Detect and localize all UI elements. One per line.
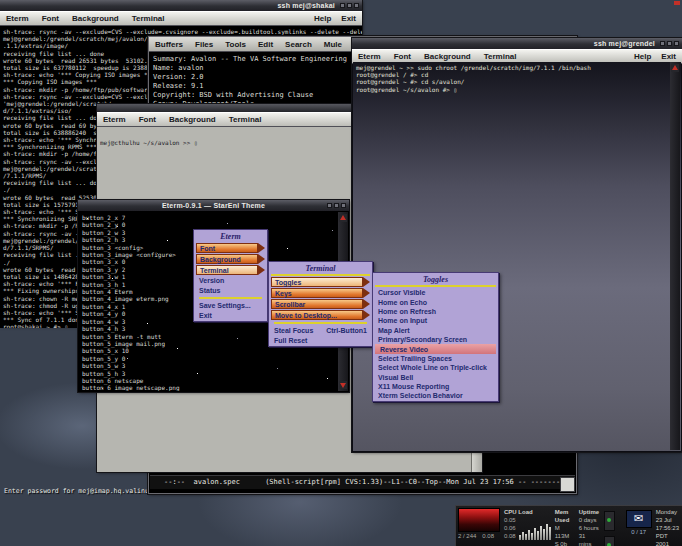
window-buttons[interactable] [658, 41, 679, 46]
mem-label: Mem Used [555, 508, 575, 524]
scroll-up-icon[interactable] [339, 214, 347, 222]
cpu-value: 0.05 [504, 516, 516, 524]
menu-item[interactable]: Select Whole Line on Triple-click [375, 363, 496, 372]
terminal-line: button_6 netscape [82, 377, 338, 384]
window-title: Eterm-0.9.1 — StarEnl Theme [162, 202, 265, 209]
menu-eterm[interactable]: Eterm [358, 52, 381, 61]
menu-separator [274, 322, 367, 324]
cpu-graph [519, 516, 551, 540]
menu-item[interactable]: Save Settings... [196, 301, 265, 310]
terminal-screen-grendel[interactable]: mej@grendel ~ >> sudo chroot /grendel/sc… [353, 62, 681, 93]
scroll-down-icon[interactable] [339, 381, 347, 389]
menubar-shakai: Eterm Font Background Terminal Help Exit [0, 11, 362, 26]
popup-menu-eterm: Eterm FontBackgroundTerminalVersionStatu… [193, 229, 268, 322]
uptime-value: 31 mins [579, 532, 599, 546]
menu-item[interactable]: Terminal [196, 265, 258, 275]
terminal-line: button_5_y 0 [82, 355, 338, 362]
switch-icon[interactable] [604, 536, 615, 546]
epplet-mail: ✉ 0 / 17 [624, 506, 654, 546]
menu-item[interactable]: Reverse Video [375, 344, 496, 353]
menu-font[interactable]: Font [394, 52, 411, 61]
menu-title: Toggles [375, 273, 496, 287]
menu-item[interactable]: Move to Desktop... [271, 310, 363, 320]
desktop: ssh mej@shakai Eterm Font Background Ter… [0, 0, 682, 546]
mail-count: 0 / 17 [626, 528, 652, 536]
menu-item[interactable]: Full Reset [271, 336, 370, 345]
menu-item[interactable]: Background [196, 254, 258, 264]
attention-marker [674, 1, 680, 5]
titlebar-grendel[interactable]: ssh mej@grendel [352, 38, 682, 49]
menu-item[interactable]: Select Trailing Spaces [375, 354, 496, 363]
clock-line: PDT 2001 [656, 532, 679, 546]
menu-item[interactable]: Primary/Secondary Screen [375, 335, 496, 344]
menu-exit[interactable]: Exit [341, 14, 356, 23]
terminal-line: sh-trace: rsync -av --exclude=CVS --excl… [3, 28, 362, 35]
scroll-up-icon[interactable] [671, 64, 679, 72]
menu-terminal[interactable]: Terminal [484, 52, 517, 61]
switch-icon[interactable] [604, 511, 615, 531]
epplet-uptime: Uptime 0 days6 hours31 mins [577, 506, 601, 546]
popup-menu-toggles: Toggles Cursor VisibleHome on EchoHome o… [372, 272, 499, 402]
menu-background[interactable]: Background [424, 52, 471, 61]
menu-item[interactable]: Home on Input [375, 316, 496, 325]
menu-item[interactable]: Scrollbar [271, 299, 363, 309]
menu-item[interactable]: Xterm Selection Behavior [375, 391, 496, 400]
terminal-line: button_5_x 10 [82, 347, 338, 354]
epplet-memory: Mem Used M 113MS 0b [553, 506, 577, 546]
menu-terminal[interactable]: Terminal [132, 14, 165, 23]
window-buttons[interactable] [338, 3, 359, 8]
window-title: ssh mej@grendel [594, 40, 655, 47]
menu-item[interactable]: Visual Bell [375, 373, 496, 382]
terminal-line: root@grendel ~ #> cd s/avalon/ [356, 78, 681, 85]
clock-line: Monday [656, 508, 679, 516]
menu-item[interactable]: Steal FocusCtrl-Button1 [271, 326, 370, 335]
emacs-menu-item[interactable]: Tools [225, 40, 246, 49]
mem-value: M 113M [555, 524, 575, 540]
menu-item[interactable]: Cursor Visible [375, 288, 496, 297]
terminal-line: button_5_w 3 [82, 362, 338, 369]
emacs-menu-item[interactable]: Files [195, 40, 213, 49]
scrollbar-grendel[interactable] [670, 62, 680, 450]
menu-item[interactable]: Map Alert [375, 326, 496, 335]
menu-item[interactable]: Exit [196, 311, 265, 320]
terminal-line: button_5_h 3 [82, 370, 338, 377]
menu-item[interactable]: X11 Mouse Reporting [375, 382, 496, 391]
menu-item[interactable]: Font [196, 243, 258, 253]
emacs-menu-item[interactable]: Mule [324, 40, 342, 49]
resize-grip[interactable] [560, 477, 575, 492]
titlebar-starenl[interactable]: Eterm-0.9.1 — StarEnl Theme [78, 200, 349, 211]
popup-menu-terminal: Terminal TogglesKeysScrollbarMove to Des… [268, 261, 373, 347]
window-buttons[interactable] [325, 203, 346, 208]
menu-font[interactable]: Font [139, 115, 156, 124]
clock-line: 23 Jul [656, 516, 679, 524]
emacs-menu-item[interactable]: Edit [258, 40, 273, 49]
menu-eterm[interactable]: Eterm [103, 115, 126, 124]
menu-item[interactable]: Keys [271, 288, 363, 298]
emacs-menu-item[interactable]: Search [285, 40, 312, 49]
emacs-menu-item[interactable]: Buffers [155, 40, 183, 49]
cpu-value: 0.06 [504, 524, 516, 532]
epplet-bar: 2 / 244 0.08 CPU Load 0.050.060.08 Mem U… [455, 505, 682, 546]
terminal-line: mej@grendel ~ >> sudo chroot /grendel/sc… [356, 64, 681, 71]
titlebar-shakai[interactable]: ssh mej@shakai [0, 0, 362, 11]
terminal-line: button_2_x 7 [82, 214, 338, 221]
menu-eterm[interactable]: Eterm [6, 14, 29, 23]
menu-background[interactable]: Background [72, 14, 119, 23]
menu-font[interactable]: Font [42, 14, 59, 23]
menu-exit[interactable]: Exit [661, 52, 676, 61]
menu-terminal[interactable]: Terminal [229, 115, 262, 124]
menu-help[interactable]: Help [314, 14, 331, 23]
menu-item[interactable]: Toggles [271, 277, 363, 287]
menu-item[interactable]: Home on Echo [375, 297, 496, 306]
menu-item[interactable]: Status [196, 286, 265, 295]
epplet-cpu: CPU Load 0.050.060.08 [502, 506, 553, 546]
cpu-value: 0.08 [504, 532, 516, 540]
led-meter [458, 508, 500, 532]
menu-item[interactable]: Version [196, 276, 265, 285]
menu-item[interactable]: Home on Refresh [375, 307, 496, 316]
led-load: 0.08 [482, 532, 494, 540]
terminal-line: root@grendel ~/s/avalon #> ▯ [356, 86, 681, 93]
mail-icon[interactable]: ✉ [626, 510, 652, 528]
menu-background[interactable]: Background [169, 115, 216, 124]
menu-help[interactable]: Help [634, 52, 651, 61]
